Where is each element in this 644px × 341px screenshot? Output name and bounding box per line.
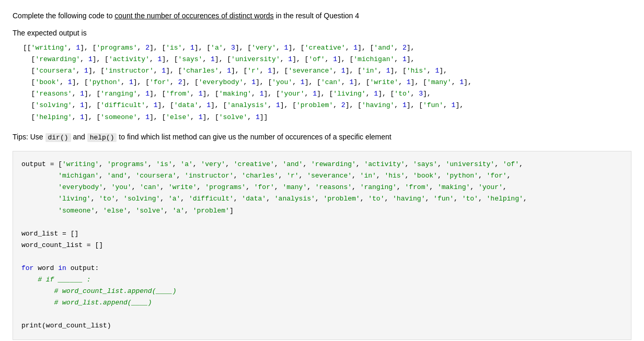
tips-text: Tips: Use dir() and help() to find which… <box>13 132 631 143</box>
code-line-output2: 'michigan', 'and', 'coursera', 'instruct… <box>21 170 623 182</box>
code-line-output5: 'someone', 'else', 'solve', 'a', 'proble… <box>21 205 623 217</box>
expected-line-7: ['helping', 1], ['someone', 1], ['else',… <box>23 112 631 123</box>
code-line-for: for word in output: <box>21 263 623 274</box>
code-block: output = ['writing', 'programs', 'is', '… <box>13 151 631 339</box>
expected-line-2: ['rewarding', 1], ['activity', 1], ['say… <box>23 54 631 65</box>
expected-output: [['writing', 1], ['programs', 2], ['is',… <box>23 42 631 123</box>
code-line-output1: output = ['writing', 'programs', 'is', '… <box>21 159 623 170</box>
code-line-output3: 'everybody', 'you', 'can', 'write', 'pro… <box>21 182 623 193</box>
code-line-comment3: # word_list.append(____) <box>21 297 623 309</box>
code-line-blank2 <box>21 251 623 263</box>
dir-code: dir() <box>45 133 71 142</box>
code-line-word-list: word_list = [] <box>21 228 623 240</box>
expected-line-5: ['reasons', 1], ['ranging', 1], ['from',… <box>23 88 631 100</box>
expected-line-6: ['solving', 1], ['difficult', 1], ['data… <box>23 100 631 111</box>
code-line-print: print(word_count_list) <box>21 320 623 332</box>
expected-line-4: ['book', 1], ['python', 1], ['for', 2], … <box>23 77 631 88</box>
expected-line-3: ['coursera', 1], ['instructor', 1], ['ch… <box>23 65 631 77</box>
code-line-blank3 <box>21 309 623 320</box>
code-line-comment2: # word_count_list.append(____) <box>21 286 623 297</box>
code-line-output4: 'living', 'to', 'solving', 'a', 'difficu… <box>21 193 623 205</box>
help-code: help() <box>87 133 117 142</box>
instruction-text: Complete the following code to count the… <box>13 10 631 21</box>
code-line-word-count: word_count_list = [] <box>21 240 623 251</box>
expected-line-1: [['writing', 1], ['programs', 2], ['is',… <box>23 42 631 54</box>
code-line-blank1 <box>21 217 623 228</box>
expected-label: The expected output is <box>13 29 631 37</box>
code-line-comment1: # if ______ : <box>21 274 623 286</box>
